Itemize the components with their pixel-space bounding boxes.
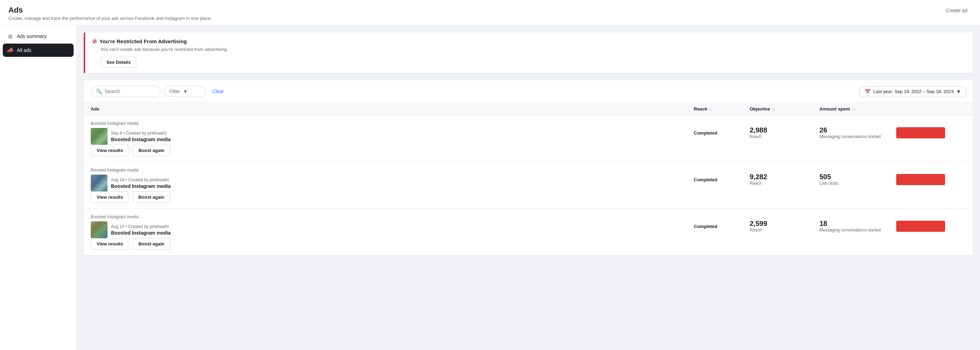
sidebar-item-ads-summary[interactable]: ◎ Ads summary (3, 30, 74, 43)
objective-value-1: 505 (819, 173, 896, 180)
calendar-icon: 📅 (865, 89, 870, 94)
date-range-label: Last year: Sep 19, 2022 – Sep 18, 2023 (873, 89, 953, 94)
reach-col-0: 2,988 Reach (750, 127, 819, 139)
create-ad-button[interactable]: Create ad (942, 6, 972, 15)
sidebar-item-all-ads-label: All ads (17, 48, 32, 53)
ad-info-0: Boosted Instagram media Sep 8 • Created … (91, 121, 694, 145)
date-range-chevron-icon: ▼ (956, 89, 961, 94)
objective-sort-icon: ↑↓ (772, 107, 775, 111)
table-header: Ads Reach ↑↓ Objective ↑↓ Amount spent ↑… (84, 103, 973, 116)
ad-thumbnail-2 (91, 222, 108, 238)
ad-type-label-2: Boosted Instagram media (91, 214, 694, 219)
ad-meta-2: Aug 14 • Created by pinkhaathi (111, 224, 171, 229)
reach-value-2: 2,599 (750, 220, 819, 227)
actions-col-0: View results Boost again (91, 145, 694, 156)
reach-col-1: 9,282 Reach (750, 173, 819, 186)
table-row: Boosted Instagram media Aug 24 • Created… (84, 162, 973, 209)
ad-name-0: Boosted Instagram media (111, 137, 171, 142)
page-header: Ads Create, manage and track the perform… (0, 0, 980, 25)
toolbar: 🔍 Filter ▼ Clear 📅 Last year: Sep 19, 20… (84, 80, 973, 103)
ads-summary-icon: ◎ (7, 33, 13, 40)
objective-desc-0: Messaging conversations started (819, 134, 896, 139)
filter-label: Filter (169, 89, 180, 94)
view-results-button-2[interactable]: View results (91, 238, 129, 250)
search-box[interactable]: 🔍 (91, 86, 161, 97)
status-badge-0: Completed (694, 130, 750, 136)
amount-bar-0 (896, 127, 945, 138)
restriction-title: ⊘ You're Restricted From Advertising (92, 38, 966, 44)
main-content: ⊘ You're Restricted From Advertising You… (77, 25, 980, 350)
amount-col-0 (896, 127, 966, 138)
ad-text-2: Aug 14 • Created by pinkhaathi Boosted I… (111, 224, 171, 236)
reach-sort-icon: ↑↓ (709, 107, 713, 111)
actions-col-2: View results Boost again (91, 238, 694, 250)
reach-value-0: 2,988 (750, 127, 819, 133)
col-header-objective[interactable]: Objective ↑↓ (750, 106, 819, 112)
amount-col-2 (896, 221, 966, 232)
ad-text-0: Sep 8 • Created by pinkhaathi Boosted In… (111, 131, 171, 142)
ad-name-1: Boosted Instagram media (111, 184, 171, 189)
col-header-reach[interactable]: Reach ↑↓ (694, 106, 750, 112)
page-title: Ads (8, 6, 212, 15)
ad-thumbnail-0 (91, 128, 108, 145)
ad-name-2: Boosted Instagram media (111, 230, 171, 236)
objective-desc-1: Link clicks (819, 181, 896, 186)
ad-info-1: Boosted Instagram media Aug 24 • Created… (91, 168, 694, 192)
ad-type-label-1: Boosted Instagram media (91, 168, 694, 173)
header-title-area: Ads Create, manage and track the perform… (8, 6, 212, 21)
restriction-description: You can't create ads because you're rest… (100, 47, 966, 52)
thumbnail-image-2 (91, 222, 108, 238)
col-header-ads: Ads (91, 106, 694, 112)
objective-value-2: 18 (819, 220, 896, 227)
filter-chevron-icon: ▼ (183, 89, 188, 94)
objective-value-0: 26 (819, 127, 896, 133)
amount-bar-1 (896, 174, 945, 185)
filter-dropdown[interactable]: Filter ▼ (164, 86, 206, 97)
status-badge-2: Completed (694, 224, 750, 229)
date-range-picker[interactable]: 📅 Last year: Sep 19, 2022 – Sep 18, 2023… (860, 86, 966, 97)
view-results-button-1[interactable]: View results (91, 192, 129, 203)
status-badge-1: Completed (694, 177, 750, 182)
boost-again-button-2[interactable]: Boost again (133, 238, 170, 250)
thumbnail-image-0 (91, 128, 108, 145)
boost-again-button-1[interactable]: Boost again (133, 192, 170, 203)
ad-details-2: Aug 14 • Created by pinkhaathi Boosted I… (91, 222, 694, 238)
ad-thumbnail-1 (91, 175, 108, 192)
reach-col-2: 2,599 Reach (750, 220, 819, 233)
ad-details-1: Aug 24 • Created by pinkhaathi Boosted I… (91, 175, 694, 192)
objective-col-2: 18 Messaging conversations started (819, 220, 896, 233)
reach-label-0: Reach (750, 134, 819, 139)
amount-sort-icon: ↑↓ (851, 107, 855, 111)
all-ads-icon: 📣 (7, 47, 13, 53)
amount-bar-2 (896, 221, 945, 232)
sidebar-item-ads-summary-label: Ads summary (17, 33, 47, 39)
col-header-amount-spent[interactable]: Amount spent ↑↓ (819, 106, 896, 112)
ad-type-label-0: Boosted Instagram media (91, 121, 694, 126)
sidebar-item-all-ads[interactable]: 📣 All ads (3, 44, 74, 57)
view-results-button-0[interactable]: View results (91, 145, 129, 156)
objective-col-1: 505 Link clicks (819, 173, 896, 186)
reach-label-1: Reach (750, 181, 819, 186)
sidebar: ◎ Ads summary 📣 All ads (0, 25, 77, 350)
reach-value-1: 9,282 (750, 173, 819, 180)
ad-info-2: Boosted Instagram media Aug 14 • Created… (91, 214, 694, 238)
col-header-actions (896, 106, 966, 112)
amount-col-1 (896, 174, 966, 185)
restriction-banner: ⊘ You're Restricted From Advertising You… (84, 32, 973, 73)
objective-col-0: 26 Messaging conversations started (819, 127, 896, 139)
reach-label-2: Reach (750, 228, 819, 233)
search-icon: 🔍 (96, 89, 102, 94)
restriction-icon: ⊘ (92, 38, 97, 44)
ad-details-0: Sep 8 • Created by pinkhaathi Boosted In… (91, 128, 694, 145)
main-layout: ◎ Ads summary 📣 All ads ⊘ You're Restric… (0, 25, 980, 350)
boost-again-button-0[interactable]: Boost again (133, 145, 170, 156)
ad-text-1: Aug 24 • Created by pinkhaathi Boosted I… (111, 177, 171, 189)
see-details-button[interactable]: See Details (100, 57, 137, 68)
table-row: Boosted Instagram media Aug 14 • Created… (84, 209, 973, 255)
search-input[interactable] (105, 89, 154, 94)
ad-meta-0: Sep 8 • Created by pinkhaathi (111, 131, 171, 136)
objective-desc-2: Messaging conversations started (819, 228, 896, 233)
clear-button[interactable]: Clear (209, 87, 226, 95)
thumbnail-image-1 (91, 175, 108, 192)
actions-col-1: View results Boost again (91, 192, 694, 203)
